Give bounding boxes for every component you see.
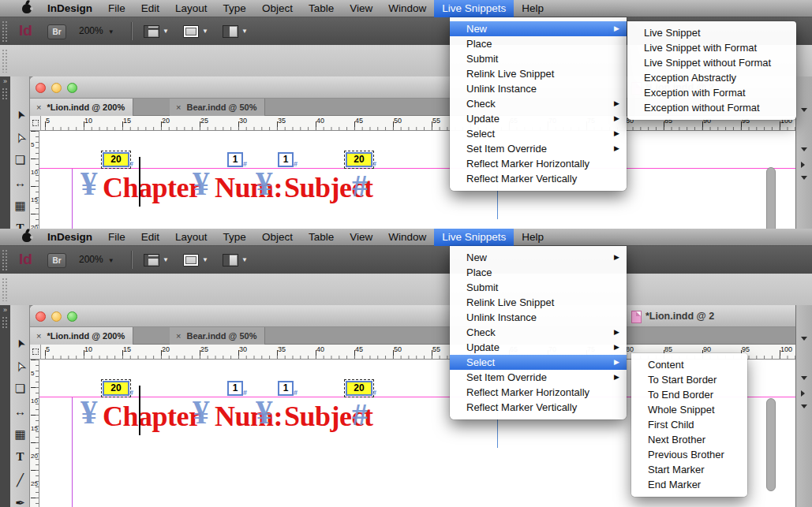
close-window-button[interactable]	[36, 83, 46, 93]
menu-item-exception-abstractly[interactable]: Exception Abstractly	[627, 70, 796, 85]
close-icon[interactable]: ×	[176, 331, 181, 341]
menu-item-previous-brother[interactable]: Previous Brother	[631, 447, 747, 462]
apple-menu-icon[interactable]	[22, 4, 32, 13]
panel-collapse-icon[interactable]	[801, 404, 807, 412]
screen-mode-button[interactable]: ▼	[183, 24, 208, 39]
menu-item-new[interactable]: New▶	[450, 21, 627, 36]
menu-item-content[interactable]: Content	[631, 357, 747, 372]
menu-item-submit[interactable]: Submit	[450, 280, 627, 295]
menu-item-end-marker[interactable]: End Marker	[631, 477, 747, 492]
menu-item-check[interactable]: Check▶	[450, 325, 627, 340]
panel-collapse-icon[interactable]	[801, 176, 807, 183]
expand-panels-icon[interactable]: »	[0, 305, 10, 315]
vertical-scrollbar[interactable]	[766, 398, 776, 491]
ruler-origin-box[interactable]	[30, 345, 41, 360]
menubar-item-edit[interactable]: Edit	[133, 229, 167, 246]
menubar-item-table[interactable]: Table	[301, 0, 342, 17]
tab-lion-indd[interactable]: ×*Lion.indd @ 200%	[30, 99, 133, 116]
menu-item-unlink-instance[interactable]: Unlink Instance	[450, 81, 627, 96]
menubar-item-file[interactable]: File	[100, 0, 133, 17]
snippet-badge[interactable]: 1#	[227, 152, 243, 167]
menubar-item-window[interactable]: Window	[380, 0, 434, 17]
column-guide-vertical[interactable]	[72, 397, 73, 507]
menu-item-reflect-marker-horizontally[interactable]: Reflect Marker Horizontally	[450, 156, 627, 171]
menu-item-reflect-marker-vertically[interactable]: Reflect Marker Vertically	[450, 171, 627, 186]
view-options-button[interactable]: ▼	[144, 252, 169, 267]
close-icon[interactable]: ×	[36, 103, 41, 112]
menu-item-reflect-marker-horizontally[interactable]: Reflect Marker Horizontally	[450, 385, 627, 400]
panel-collapse-icon[interactable]	[801, 147, 807, 155]
menubar-item-table[interactable]: Table	[301, 229, 342, 246]
page-tool-icon[interactable]: ❏	[10, 148, 30, 171]
zoom-level-dropdown[interactable]: 200%▼	[79, 253, 114, 267]
tab-bear-indd[interactable]: ×Bear.indd @ 50%	[170, 327, 265, 345]
snippet-marker[interactable]: ¥	[193, 166, 210, 202]
menu-item-place[interactable]: Place	[450, 265, 627, 280]
apple-menu-icon[interactable]	[22, 233, 32, 242]
snippet-end-marker[interactable]: #	[352, 168, 368, 204]
zoom-window-button[interactable]	[67, 83, 77, 93]
menubar-item-live-snippets[interactable]: Live Snippets	[434, 229, 514, 246]
menubar-item-object[interactable]: Object	[254, 229, 301, 246]
menu-item-whole-snippet[interactable]: Whole Snippet	[631, 402, 747, 417]
menubar-item-help[interactable]: Help	[514, 0, 552, 17]
menu-item-start-marker[interactable]: Start Marker	[631, 462, 747, 477]
menu-item-submit[interactable]: Submit	[450, 51, 627, 66]
arrange-documents-button[interactable]: ▼	[223, 252, 248, 267]
snippet-marker[interactable]: ¥	[256, 394, 273, 431]
close-icon[interactable]: ×	[176, 103, 181, 112]
menubar-item-file[interactable]: File	[100, 229, 133, 246]
snippet-badge[interactable]: 20#	[103, 152, 129, 167]
close-window-button[interactable]	[36, 311, 46, 322]
ruler-origin-box[interactable]	[30, 116, 41, 131]
menu-item-update[interactable]: Update▶	[450, 340, 627, 355]
menu-item-exception-without-format[interactable]: Exception without Format	[627, 100, 796, 115]
menu-item-relink-live-snippet[interactable]: Relink Live Snippet	[450, 295, 627, 310]
menu-item-next-brother[interactable]: Next Brother	[631, 432, 747, 447]
pen-tool-icon[interactable]: ✒	[10, 491, 30, 507]
vertical-scrollbar[interactable]	[766, 167, 776, 229]
menu-item-to-end-border[interactable]: To End Border	[631, 387, 747, 402]
frame-grid-tool-icon[interactable]: ▦	[10, 423, 30, 445]
frame-grid-tool-icon[interactable]: ▦	[10, 194, 30, 217]
menubar-item-view[interactable]: View	[342, 0, 380, 17]
menu-item-update[interactable]: Update▶	[450, 111, 627, 126]
snippet-badge[interactable]: 20#	[346, 152, 372, 167]
panel-collapse-icon[interactable]	[801, 337, 807, 344]
line-tool-icon[interactable]: ╱	[10, 468, 30, 491]
menu-item-to-start-border[interactable]: To Start Border	[631, 372, 747, 387]
direct-selection-tool-icon[interactable]: ➤	[10, 125, 30, 148]
panel-expand-icon[interactable]	[801, 390, 808, 397]
menu-item-select[interactable]: Select▶	[450, 126, 627, 141]
type-tool-icon[interactable]: T	[10, 217, 30, 229]
menubar-item-help[interactable]: Help	[514, 229, 552, 246]
panel-expand-icon[interactable]	[801, 162, 808, 168]
menubar-item-edit[interactable]: Edit	[133, 0, 167, 17]
menu-item-check[interactable]: Check▶	[450, 96, 627, 111]
menubar-item-type[interactable]: Type	[215, 0, 254, 17]
document-text[interactable]: Chapter	[103, 398, 201, 434]
minimize-window-button[interactable]	[51, 83, 62, 93]
gap-tool-icon[interactable]: ↔	[10, 400, 30, 423]
menubar-item-object[interactable]: Object	[254, 0, 301, 17]
snippet-start-marker[interactable]: ¥	[80, 394, 98, 431]
menu-item-set-item-override[interactable]: Set Item Override▶	[450, 141, 627, 156]
menubar-item-type[interactable]: Type	[215, 229, 254, 246]
menu-item-select[interactable]: Select▶	[450, 355, 627, 370]
tab-lion-indd[interactable]: ×*Lion.indd @ 200%	[30, 327, 133, 345]
snippet-badge[interactable]: 1#	[278, 152, 294, 167]
panel-collapse-icon[interactable]	[801, 108, 807, 115]
type-tool-icon[interactable]: T	[10, 445, 30, 468]
snippet-badge[interactable]: 1#	[227, 381, 243, 396]
menu-item-relink-live-snippet[interactable]: Relink Live Snippet	[450, 66, 627, 81]
margin-guide-horizontal[interactable]	[39, 168, 795, 169]
menu-item-live-snippet-with-format[interactable]: Live Snippet with Format	[627, 40, 796, 55]
menubar-item-indesign[interactable]: InDesign	[39, 0, 100, 17]
document-text[interactable]: Chapter	[103, 170, 201, 206]
snippet-badge[interactable]: 1#	[278, 381, 294, 396]
snippet-start-marker[interactable]: ¥	[80, 166, 98, 202]
bridge-button[interactable]: Br	[47, 24, 66, 39]
arrange-documents-button[interactable]: ▼	[223, 24, 248, 39]
zoom-window-button[interactable]	[67, 311, 77, 322]
snippet-badge[interactable]: 20#	[346, 381, 372, 396]
